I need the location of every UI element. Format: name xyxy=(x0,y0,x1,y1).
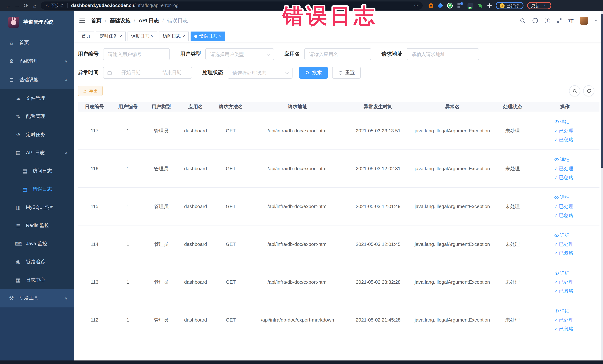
mark-ignored-link[interactable]: ✓ 已忽略 xyxy=(554,288,573,294)
sidebar-item[interactable]: Redis 监控 xyxy=(0,216,74,234)
detail-link[interactable]: 详细 xyxy=(554,156,570,163)
breadcrumb-item[interactable]: 基础设施 xyxy=(110,17,139,24)
sidebar-item[interactable]: 日志中心 xyxy=(0,271,74,289)
mark-processed-link[interactable]: ✓ 已处理 xyxy=(554,165,573,172)
search-icon[interactable] xyxy=(520,18,526,23)
extension-grid-icon[interactable] xyxy=(457,3,463,8)
sidebar-item[interactable]: 错误日志 xyxy=(0,180,74,198)
mark-ignored-link[interactable]: ✓ 已忽略 xyxy=(554,212,573,219)
app-logo[interactable]: 芋道管理系统 xyxy=(0,11,74,33)
scrollbar-thumb[interactable] xyxy=(601,14,603,168)
bookmark-star-icon[interactable]: ☆ xyxy=(414,3,418,8)
mark-processed-link[interactable]: ✓ 已处理 xyxy=(554,203,573,210)
request-url-input[interactable] xyxy=(407,48,479,60)
mark-processed-link[interactable]: ✓ 已处理 xyxy=(554,279,573,285)
user-id-input[interactable] xyxy=(103,48,170,60)
search-button[interactable]: 搜索 xyxy=(299,67,328,79)
main-area: 首页 基础设施 API 日志 错误日志 ? xyxy=(74,11,603,364)
sidebar-menu: 首页 系统管理 ∨ 基础设施 ∧ 文件管理 xyxy=(0,33,74,307)
close-icon[interactable]: × xyxy=(219,34,221,38)
cell-status: 未处理 xyxy=(495,279,530,285)
tab[interactable]: 错误日志 × xyxy=(191,31,225,41)
detail-link[interactable]: 详细 xyxy=(554,118,570,125)
breadcrumb-item[interactable]: API 日志 xyxy=(139,17,167,24)
browser-forward-icon[interactable]: → xyxy=(13,2,22,9)
user-type-select[interactable] xyxy=(205,48,274,60)
sidebar-item[interactable]: 配置管理 xyxy=(0,107,74,125)
extensions-puzzle-icon[interactable] xyxy=(487,3,492,8)
scrollbar-track[interactable] xyxy=(601,11,603,361)
caret-down-icon[interactable] xyxy=(594,20,597,22)
sidebar-item[interactable]: MySQL 监控 xyxy=(0,198,74,216)
close-icon[interactable]: × xyxy=(151,34,153,38)
mark-ignored-link[interactable]: ✓ 已忽略 xyxy=(554,250,573,257)
not-secure-label[interactable]: 不安全 xyxy=(51,2,64,9)
avatar[interactable] xyxy=(580,16,588,25)
mark-processed-link[interactable]: ✓ 已处理 xyxy=(554,317,573,323)
detail-link[interactable]: 详细 xyxy=(554,270,570,276)
app-name-input[interactable] xyxy=(304,48,371,60)
toggle-search-button[interactable] xyxy=(569,85,580,96)
divider xyxy=(68,3,68,8)
search-icon xyxy=(572,88,577,93)
mark-ignored-link[interactable]: ✓ 已忽略 xyxy=(554,136,573,143)
browser-home-icon[interactable]: ⌂ xyxy=(30,2,39,9)
column-header: 处理状态 xyxy=(495,104,530,110)
cell-user-id: 1 xyxy=(111,166,145,171)
extension-switch-icon[interactable]: on xyxy=(467,3,474,8)
extension-shield-icon[interactable] xyxy=(437,3,443,8)
refresh-button[interactable] xyxy=(583,85,594,96)
browser-back-icon[interactable]: ← xyxy=(4,2,13,9)
sidebar-item[interactable]: 首页 xyxy=(0,33,74,52)
tab[interactable]: 调度日志 × xyxy=(128,31,157,41)
tab[interactable]: 首页 xyxy=(78,31,94,41)
browser-reload-icon[interactable]: ⟳ xyxy=(22,2,30,9)
sidebar-item[interactable]: 链路追踪 xyxy=(0,253,74,271)
status-select[interactable] xyxy=(228,67,292,79)
tab[interactable]: 访问日志 × xyxy=(159,31,189,41)
detail-link[interactable]: 详细 xyxy=(554,194,570,201)
sidebar-item[interactable]: 定时任务 xyxy=(0,125,74,143)
extension-orange-icon[interactable] xyxy=(429,3,433,8)
browser-menu-icon[interactable]: ⋮ xyxy=(543,3,547,8)
sidebar-item[interactable]: 访问日志 xyxy=(0,162,74,180)
detail-link[interactable]: 详细 xyxy=(554,308,570,314)
address-bar[interactable]: ⚠ 不安全 dashboard.yudao.iocoder.cn /infra/… xyxy=(41,1,423,10)
paused-badge[interactable]: ☺ 已暂停 xyxy=(496,2,523,9)
menu-icon xyxy=(22,168,28,174)
sidebar-item-label: 首页 xyxy=(19,39,29,46)
github-icon[interactable] xyxy=(532,17,538,24)
fullscreen-icon[interactable] xyxy=(557,18,562,23)
extension-leaf-icon[interactable] xyxy=(478,3,482,8)
hamburger-icon[interactable] xyxy=(79,18,85,23)
close-icon[interactable]: × xyxy=(119,34,122,38)
close-icon[interactable]: × xyxy=(182,34,185,38)
breadcrumb-item[interactable]: 首页 xyxy=(91,17,110,24)
table-header: 日志编号 用户编号 用户类型 应用名 请求方法名 请求地址 异常发生时间 异常 xyxy=(78,102,600,112)
export-button[interactable]: 导出 xyxy=(78,86,103,96)
font-size-icon[interactable]: TT xyxy=(568,18,574,23)
help-icon[interactable]: ? xyxy=(545,18,550,23)
date-range-picker[interactable]: 开始日期 ~ 结束日期 xyxy=(103,67,192,79)
refresh-icon xyxy=(338,70,343,75)
tab[interactable]: 定时任务 × xyxy=(96,31,126,41)
mark-processed-link[interactable]: ✓ 已处理 xyxy=(554,241,573,247)
mark-processed-link[interactable]: ✓ 已处理 xyxy=(554,127,573,134)
cell-actions: 详细 ✓ 已处理 ✓ 已忽略 xyxy=(530,270,600,294)
mark-ignored-link[interactable]: ✓ 已忽略 xyxy=(554,174,573,181)
detail-link[interactable]: 详细 xyxy=(554,232,570,239)
mark-ignored-link[interactable]: ✓ 已忽略 xyxy=(554,325,573,332)
sidebar-item[interactable]: API 日志 ∧ xyxy=(0,143,74,162)
breadcrumb-item[interactable]: 错误日志 xyxy=(167,17,188,24)
eye-icon xyxy=(554,157,559,162)
update-button[interactable]: 更新 ⋮ xyxy=(527,2,551,9)
sidebar-item[interactable]: 基础设施 ∧ xyxy=(0,70,74,89)
reset-button[interactable]: 重置 xyxy=(332,67,361,79)
extension-v-icon[interactable]: V xyxy=(447,3,453,8)
cell-actions: 详细 ✓ 已处理 ✓ 已忽略 xyxy=(530,194,600,219)
sidebar-item[interactable]: Java 监控 xyxy=(0,234,74,253)
menu-icon xyxy=(15,131,22,137)
sidebar-item[interactable]: 文件管理 xyxy=(0,89,74,107)
sidebar-item[interactable]: 研发工具 ∨ xyxy=(0,289,74,307)
sidebar-item[interactable]: 系统管理 ∨ xyxy=(0,52,74,70)
